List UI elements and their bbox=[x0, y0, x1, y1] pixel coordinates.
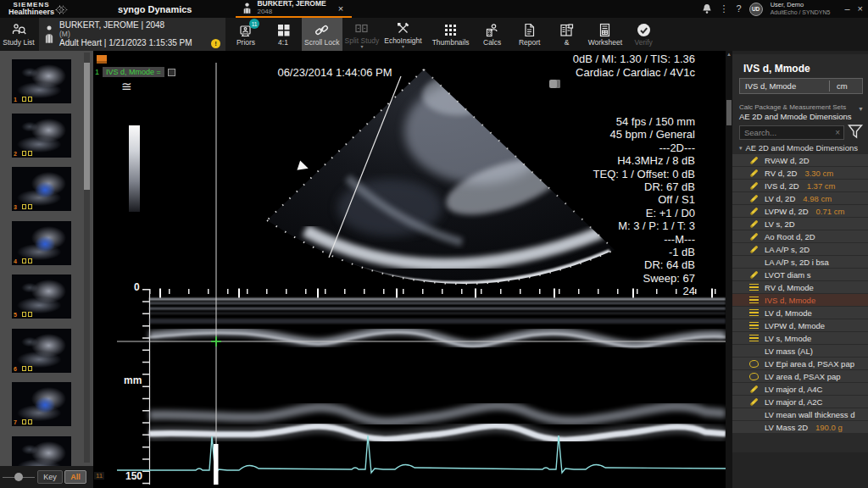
measurement-row[interactable]: LV mean wall thickness d bbox=[732, 408, 868, 421]
thumbnails-button[interactable]: Thumbnails bbox=[428, 18, 474, 51]
measurement-value: 0.71 cm bbox=[816, 207, 845, 216]
measurement-row[interactable]: RVAW d, 2D bbox=[732, 154, 868, 167]
thumbnail-5[interactable]: 5 bbox=[12, 274, 71, 319]
search-box[interactable]: Search... × bbox=[739, 125, 844, 140]
sidebar-scrollbar-thumb[interactable] bbox=[84, 63, 90, 190]
patient-tab-id: 2048 bbox=[257, 8, 326, 16]
measurement-row[interactable]: LA A/P s, 2D i bsa bbox=[732, 256, 868, 269]
thumbnail-6[interactable]: 6 bbox=[12, 329, 71, 373]
measurement-row[interactable]: IVS d, 2D1.37 cm bbox=[732, 180, 868, 192]
report-and-worksheet-button[interactable]: & bbox=[548, 18, 586, 51]
scroll-lock-button[interactable]: Scroll Lock bbox=[302, 18, 342, 51]
viewport-scrollbar[interactable]: ▲ bbox=[726, 51, 732, 488]
thumbnail-1[interactable]: 1 bbox=[12, 59, 71, 103]
patient-banner[interactable]: BURKERT, JEROME | 2048 (M) Adult Heart |… bbox=[39, 18, 225, 51]
patient-sex: (M) bbox=[59, 30, 192, 39]
thumbnail-size-slider-handle[interactable] bbox=[14, 473, 23, 481]
measurement-row[interactable]: LV d, 2D4.98 cm bbox=[732, 192, 868, 205]
measurement-label: IVS d, 2D bbox=[765, 181, 799, 191]
measurement-label: LV area d, PSAX pap bbox=[765, 372, 841, 381]
study-list-button[interactable]: Study List bbox=[0, 18, 37, 51]
param-line: 24 bbox=[593, 285, 695, 297]
measurement-name: IVS d, Mmode = bbox=[103, 67, 164, 77]
probe-orientation-icon bbox=[549, 80, 560, 88]
more-options-kebab-icon[interactable]: ⋮ bbox=[720, 4, 729, 14]
all-images-button[interactable]: All bbox=[64, 470, 86, 484]
close-tab-icon[interactable]: × bbox=[338, 3, 343, 14]
key-images-button[interactable]: Key bbox=[37, 470, 63, 484]
echoinsight-button[interactable]: EchoInsight ▾ bbox=[381, 18, 424, 51]
close-window-icon[interactable]: × bbox=[858, 4, 863, 14]
clip-type-icon bbox=[28, 258, 32, 263]
calcs-button[interactable]: Calcs bbox=[474, 18, 511, 51]
priors-button[interactable]: 11 Priors bbox=[227, 18, 264, 51]
measurement-row[interactable]: RV d, Mmode bbox=[732, 281, 868, 294]
layout-4-1-button[interactable]: 4:1 bbox=[264, 18, 302, 51]
frame-number-badge: 11 bbox=[94, 472, 104, 480]
param-line: -1 dB bbox=[593, 246, 695, 258]
measurement-row[interactable]: LV mass (AL) bbox=[732, 345, 868, 358]
measurement-row[interactable]: LV major d, A4C bbox=[732, 383, 868, 396]
measurement-row[interactable]: Ao Root d, 2D bbox=[732, 230, 868, 243]
measurement-row[interactable]: LVPW d, 2D0.71 cm bbox=[732, 205, 868, 218]
measurement-row[interactable]: LV area d, PSAX pap bbox=[732, 370, 868, 383]
measurement-label: LVOT diam s bbox=[765, 270, 811, 280]
measurement-row[interactable]: LV d, Mmode bbox=[732, 307, 868, 319]
measurement-row[interactable]: LVOT diam s bbox=[732, 269, 868, 281]
param-line: Sweep: 67 bbox=[593, 272, 695, 285]
measurement-row[interactable]: LA A/P s, 2D bbox=[732, 243, 868, 256]
measurement-value: 1.37 cm bbox=[807, 181, 836, 191]
measurement-row[interactable]: LV s, 2D bbox=[732, 218, 868, 230]
thumbnail-7[interactable]: 7 bbox=[12, 382, 71, 426]
measurement-group-header[interactable]: ▾ AE 2D and Mmode Dimensions bbox=[739, 143, 858, 152]
measurement-row[interactable]: LV Mass 2D190.0 g bbox=[732, 421, 868, 434]
verify-button[interactable]: Verify bbox=[625, 18, 662, 51]
thumbnail-number: 6 bbox=[14, 366, 17, 372]
viewport-scrollbar-thumb[interactable] bbox=[726, 100, 732, 125]
grid-layout-icon bbox=[276, 23, 291, 37]
thumbnail-3[interactable]: 3 bbox=[12, 167, 71, 211]
calc-package-select[interactable]: AE 2D and Mmode Dimensions bbox=[739, 112, 856, 121]
measurement-label: IVS d, Mmode bbox=[765, 296, 815, 305]
param-line: E: +1 / D0 bbox=[593, 207, 695, 219]
search-input[interactable]: Search... bbox=[740, 128, 832, 137]
minimize-window-icon[interactable]: – bbox=[844, 4, 849, 14]
measurement-label: LA A/P s, 2D i bsa bbox=[765, 258, 829, 267]
notifications-bell-icon[interactable] bbox=[702, 3, 712, 14]
help-icon[interactable]: ? bbox=[737, 4, 742, 14]
value-input[interactable]: IVS d, Mmode bbox=[740, 81, 829, 91]
sidebar-scrollbar[interactable] bbox=[84, 53, 90, 463]
image-viewport[interactable]: 1 IVS d, Mmode = ≅ 06/23/2014 1:44:06 PM… bbox=[93, 51, 726, 488]
filter-funnel-icon[interactable] bbox=[847, 123, 864, 140]
thumbnail-4[interactable]: 4 bbox=[12, 221, 71, 265]
measurement-row[interactable]: LV s, Mmode bbox=[732, 332, 868, 345]
worksheet-button[interactable]: Worksheet bbox=[586, 18, 625, 51]
measurement-row[interactable]: LVPW d, Mmode bbox=[732, 319, 868, 332]
user-avatar[interactable]: UD bbox=[749, 3, 763, 16]
thumbnail-2[interactable]: 2 bbox=[12, 114, 71, 158]
clip-type-icon bbox=[28, 312, 32, 317]
measurement-label: LV major d, A4C bbox=[765, 385, 822, 394]
clear-search-icon[interactable]: × bbox=[832, 128, 843, 137]
patient-tab[interactable]: BURKERT, JEROME 2048 × bbox=[236, 0, 352, 18]
thumbnail-list: 12345678 bbox=[0, 51, 93, 466]
measurement-value-field[interactable]: IVS d, Mmode cm bbox=[739, 78, 863, 94]
param-line: ---M--- bbox=[593, 233, 695, 246]
thumbnail-number: 3 bbox=[14, 204, 17, 210]
acquisition-datetime: 06/23/2014 1:44:06 PM bbox=[237, 66, 432, 79]
unit-input[interactable]: cm bbox=[830, 81, 862, 91]
measurement-row[interactable]: LV Epi area d, PSAX pap bbox=[732, 358, 868, 370]
measurement-label: LV s, Mmode bbox=[765, 334, 811, 343]
thumbnail-number: 1 bbox=[14, 97, 17, 103]
measurement-row[interactable]: IVS d, Mmode bbox=[732, 294, 868, 307]
split-study-button[interactable]: Split Study ▾ bbox=[342, 18, 382, 51]
measurement-row[interactable]: LV major d, A2C bbox=[732, 396, 868, 408]
measurement-checkbox[interactable] bbox=[168, 69, 175, 76]
chevron-down-icon[interactable]: ▼ bbox=[858, 106, 864, 112]
scroll-up-arrow-icon[interactable]: ▲ bbox=[726, 52, 732, 57]
measurement-row[interactable]: RV d, 2D3.30 cm bbox=[732, 167, 868, 180]
report-button[interactable]: Report bbox=[511, 18, 548, 51]
preset-line: Cardiac / Cardiac / 4V1c bbox=[573, 66, 695, 80]
titlebar: SIEMENS Healthineers syngo Dynamics BURK… bbox=[0, 0, 868, 18]
healthineers-mark-icon bbox=[57, 5, 65, 14]
